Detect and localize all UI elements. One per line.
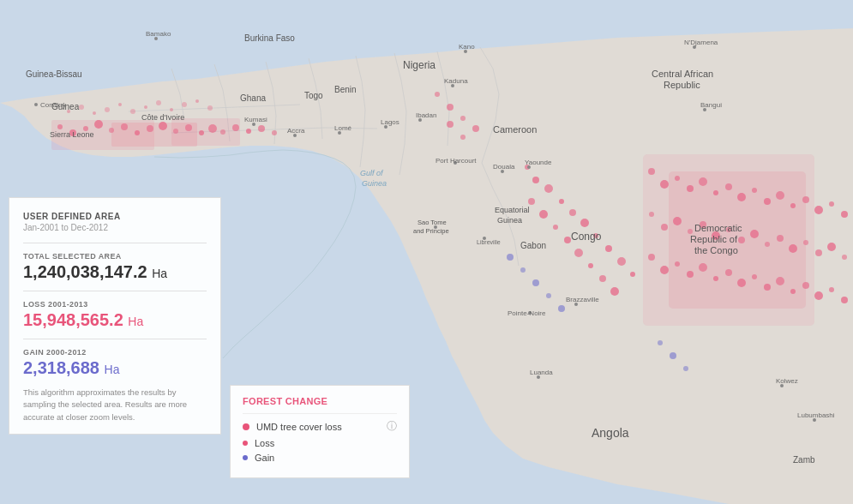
svg-text:Ghana: Ghana (240, 93, 266, 103)
svg-point-71 (687, 271, 694, 278)
legend-item-loss: Loss (243, 438, 397, 448)
svg-point-24 (93, 111, 96, 115)
svg-point-17 (258, 125, 265, 132)
svg-text:Conakry: Conakry (40, 101, 66, 109)
svg-point-109 (520, 267, 526, 273)
svg-point-54 (673, 217, 682, 225)
svg-point-51 (841, 211, 848, 218)
svg-point-59 (738, 237, 745, 243)
svg-text:Republic of: Republic of (690, 234, 738, 244)
svg-text:Luanda: Luanda (530, 369, 553, 376)
svg-point-95 (539, 210, 548, 219)
svg-text:Guinea: Guinea (497, 216, 522, 225)
gain-label: GAIN 2000-2012 (23, 348, 207, 357)
svg-text:Togo: Togo (304, 91, 323, 100)
svg-point-28 (144, 105, 147, 109)
svg-point-42 (725, 183, 732, 190)
svg-text:Douala: Douala (493, 163, 515, 171)
legend-item-gain: Gain (243, 453, 397, 463)
svg-point-96 (553, 225, 558, 230)
svg-point-53 (661, 224, 668, 231)
panel-note: This algorithm approximates the results … (23, 387, 207, 423)
svg-text:Pointe-Noire: Pointe-Noire (508, 309, 546, 317)
svg-point-78 (776, 277, 784, 285)
stats-panel: USER DEFINED AREA Jan-2001 to Dec-2012 T… (9, 197, 221, 435)
svg-point-81 (814, 291, 823, 300)
svg-point-66 (827, 243, 836, 251)
svg-text:Democratic: Democratic (694, 223, 742, 233)
svg-point-75 (737, 279, 746, 287)
svg-point-110 (532, 279, 539, 286)
svg-text:Republic: Republic (664, 80, 700, 90)
svg-text:Kumasi: Kumasi (244, 116, 267, 123)
legend-label-gain: Gain (255, 453, 274, 463)
svg-text:Congo: Congo (571, 231, 602, 243)
svg-point-72 (699, 263, 707, 272)
svg-text:Libreville: Libreville (477, 239, 501, 245)
info-icon-umd[interactable]: ⓘ (387, 419, 397, 434)
svg-point-103 (447, 104, 454, 111)
svg-text:Central African: Central African (652, 69, 713, 79)
svg-point-74 (725, 269, 732, 276)
svg-point-111 (546, 293, 551, 298)
svg-text:Bangui: Bangui (700, 101, 722, 109)
svg-point-89 (580, 219, 589, 227)
legend-title: FOREST CHANGE (243, 396, 397, 406)
svg-text:Burkina Faso: Burkina Faso (244, 33, 295, 43)
svg-text:Equatorial: Equatorial (495, 206, 530, 214)
svg-point-85 (532, 177, 539, 183)
svg-point-44 (752, 188, 757, 193)
svg-point-76 (752, 274, 757, 279)
svg-point-30 (170, 108, 173, 111)
svg-point-101 (610, 287, 619, 296)
svg-point-47 (790, 203, 796, 208)
legend-item-umd: UMD tree cover loss ⓘ (243, 419, 397, 434)
legend-dot-umd (243, 423, 249, 430)
svg-point-108 (507, 254, 514, 261)
svg-point-18 (272, 130, 277, 135)
svg-text:Kaduna: Kaduna (444, 77, 468, 85)
svg-point-107 (447, 121, 454, 128)
svg-text:Bamako: Bamako (146, 30, 171, 38)
svg-text:Lagos: Lagos (381, 118, 399, 126)
svg-text:Sao Tome: Sao Tome (417, 219, 447, 226)
svg-text:Cameroon: Cameroon (493, 124, 537, 135)
svg-point-100 (599, 275, 606, 282)
svg-point-70 (675, 261, 680, 267)
panel-date-range: Jan-2001 to Dec-2012 (23, 223, 207, 232)
svg-point-137 (34, 103, 38, 106)
svg-point-49 (814, 206, 823, 214)
panel-header: USER DEFINED AREA (23, 212, 207, 221)
svg-text:Nigeria: Nigeria (403, 59, 436, 71)
svg-point-39 (687, 185, 694, 192)
svg-point-45 (764, 198, 771, 205)
svg-point-65 (815, 249, 822, 256)
total-area-value: 1,240,038,147.2 Ha (23, 262, 207, 282)
svg-text:Kolwez: Kolwez (776, 377, 798, 385)
svg-point-60 (750, 230, 759, 238)
gain-value: 2,318,688 Ha (23, 358, 207, 378)
svg-text:the Congo: the Congo (694, 245, 738, 255)
svg-text:Lomé: Lomé (334, 124, 352, 132)
svg-point-64 (803, 240, 808, 245)
svg-text:Sierra Leone: Sierra Leone (50, 130, 94, 139)
svg-point-61 (765, 242, 770, 247)
svg-text:Ibadan: Ibadan (416, 111, 436, 119)
map-container: Guinea-Bissau Guinea Sierra Leone Côte d… (0, 0, 853, 504)
svg-point-67 (842, 255, 847, 260)
svg-point-115 (683, 366, 688, 371)
svg-text:Angola: Angola (592, 426, 629, 440)
svg-point-94 (528, 198, 535, 205)
svg-point-23 (79, 105, 84, 110)
svg-text:Gabon: Gabon (520, 241, 546, 250)
svg-text:Côte d'Ivoire: Côte d'Ivoire (141, 113, 184, 122)
svg-text:Kano: Kano (459, 43, 475, 51)
svg-point-31 (182, 102, 187, 107)
svg-point-87 (559, 199, 564, 204)
svg-point-36 (648, 168, 655, 175)
svg-point-41 (713, 190, 718, 195)
svg-text:Accra: Accra (287, 127, 305, 135)
svg-point-77 (764, 284, 771, 291)
svg-point-88 (569, 209, 576, 216)
svg-point-52 (649, 212, 654, 217)
